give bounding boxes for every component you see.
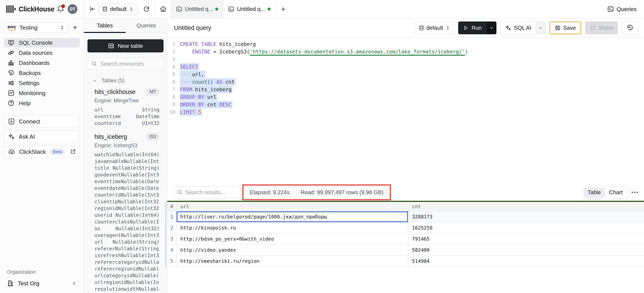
column-row: urlString: [94, 106, 160, 113]
read-stat: Read: 99,997,497 rows (9.98 GB): [301, 189, 384, 196]
sidebar-item-dashboards[interactable]: Dashboards: [4, 58, 80, 68]
toggle-table[interactable]: Table: [584, 187, 605, 197]
sql-editor[interactable]: 12345678910 CREATE TABLE hits_iceberg EN…: [167, 38, 644, 116]
line-number: 4: [167, 63, 175, 71]
code-line[interactable]: FROM·hits_iceberg: [180, 86, 468, 93]
line-number: 2: [167, 48, 175, 56]
topbar-database-select[interactable]: default: [98, 3, 138, 15]
query-stats-annotation: Elapsed: 9.224s Read: 99,997,497 rows (9…: [242, 184, 391, 200]
connect-button[interactable]: Connect: [4, 115, 80, 128]
table-entry-hits-clickhouse[interactable]: hits_clickhouse MT Engine: MergeTree url…: [94, 88, 160, 127]
code-line[interactable]: CREATE TABLE hits_iceberg: [180, 40, 468, 48]
results-table-header: # url cnt: [167, 202, 644, 211]
column-row: refererregionidNullable(Int: [94, 265, 160, 272]
code-line[interactable]: ENGINE = IcebergS3('https://datasets-doc…: [180, 48, 468, 56]
sidebar-item-label: Help: [19, 100, 30, 107]
refresh-icon[interactable]: [140, 3, 153, 16]
sidebar-item-settings[interactable]: Settings: [4, 78, 80, 88]
chevron-updown-icon: [446, 26, 450, 30]
query-title[interactable]: Untitled query: [174, 24, 211, 32]
data-sources-icon: [8, 49, 14, 56]
sidebar-item-backups[interactable]: Backups: [4, 68, 80, 78]
avatar[interactable]: DT: [68, 4, 78, 14]
clickstack-button[interactable]: ClickStack Beta: [4, 145, 80, 158]
new-table-label: New table: [118, 43, 143, 49]
sidebar-item-sql-console[interactable]: SQL Console: [4, 38, 80, 47]
panel-scrollbar[interactable]: [165, 202, 166, 267]
code-line[interactable]: [180, 56, 468, 63]
search-resources-input[interactable]: Search resources: [88, 58, 164, 70]
run-options-chevron-icon[interactable]: [487, 22, 496, 34]
workspace-select[interactable]: aws Testing: [4, 22, 68, 33]
sidebar-item-label: Backups: [19, 70, 41, 76]
notifications-bell-icon[interactable]: [56, 5, 65, 13]
column-row: counteridUInt32: [94, 120, 160, 127]
sidebar-item-help[interactable]: Help: [4, 98, 80, 108]
run-label: Run: [472, 25, 482, 31]
column-row: urlcategoryidNullable(Int32: [94, 272, 160, 279]
code-lines[interactable]: CREATE TABLE hits_iceberg ENGINE = Icebe…: [180, 40, 468, 116]
search-results-placeholder: Search results...: [185, 189, 225, 196]
new-table-button[interactable]: New table: [88, 39, 164, 52]
search-icon: [177, 189, 183, 195]
col-header-url[interactable]: url: [176, 202, 408, 211]
table-row[interactable]: 3http://bdsm_po_yers=0&with_video791465: [167, 233, 644, 245]
table-name: hits_iceberg: [94, 133, 146, 140]
run-button[interactable]: Run: [458, 22, 496, 34]
topbar-controls: default Untitled q... Untitled q... + Qu…: [84, 0, 644, 18]
ask-ai-button[interactable]: Ask AI: [4, 130, 80, 143]
editor-database-select[interactable]: default: [415, 22, 454, 34]
tab-label: Untitled q...: [237, 6, 265, 12]
tables-section-label: Tables (5): [102, 78, 124, 84]
col-header-index[interactable]: #: [167, 202, 176, 211]
share-button[interactable]: Share: [585, 22, 618, 34]
tables-section-header[interactable]: Tables (5): [88, 78, 164, 84]
query-tab-1[interactable]: Untitled q...: [171, 0, 223, 18]
sparkles-icon: [505, 25, 511, 31]
code-line[interactable]: ORDER·BY·cnt·DESC: [180, 101, 468, 108]
add-service-plus-icon[interactable]: +: [70, 23, 80, 32]
notification-dot: [61, 4, 65, 8]
results-section: Search results... Elapsed: 9.224s Read: …: [167, 184, 644, 293]
view-toggle: Table Chart: [582, 186, 628, 199]
query-history-button[interactable]: [622, 22, 638, 34]
sparkles-icon: [8, 133, 15, 140]
sidebar-item-label: SQL Console: [19, 40, 52, 46]
sidebar-item-data-sources[interactable]: Data sources: [4, 48, 80, 58]
editor-area: Untitled query default Run SQL AI: [167, 19, 644, 293]
home-icon[interactable]: [156, 0, 171, 18]
engine-badge: MT: [146, 88, 160, 96]
settings-sliders-icon: [8, 80, 14, 86]
more-options-icon[interactable]: •••: [628, 189, 642, 195]
col-header-cnt[interactable]: cnt: [408, 202, 644, 211]
query-tab-2[interactable]: Untitled q...: [223, 0, 276, 18]
code-line[interactable]: ····url,: [180, 71, 468, 78]
column-row: useridNullable(Int64): [94, 212, 160, 218]
resources-panel: Tables Queries New table Search resource…: [84, 19, 167, 293]
table-row[interactable]: 4http://video.yandex582400: [167, 245, 644, 256]
column-row: clientipNullable(Int32): [94, 198, 160, 205]
search-results-input[interactable]: Search results...: [173, 186, 240, 198]
tab-tables[interactable]: Tables: [84, 19, 126, 33]
database-select-value: default: [426, 25, 443, 31]
org-switcher[interactable]: Test Org: [4, 278, 80, 289]
line-number: 6: [167, 78, 175, 86]
collapse-sidebar-icon[interactable]: [86, 3, 98, 15]
queries-button[interactable]: Queries: [607, 6, 636, 13]
table-row[interactable]: 1http://liver.ru/belgorod/page/1006.jки/…: [167, 211, 644, 222]
code-line[interactable]: LIMIT·5: [180, 108, 468, 116]
new-tab-plus-icon[interactable]: +: [276, 0, 291, 18]
toggle-chart[interactable]: Chart: [605, 187, 626, 197]
save-button[interactable]: Save: [550, 22, 581, 34]
code-line[interactable]: GROUP·BY·url: [180, 93, 468, 101]
sql-ai-chevron-icon[interactable]: [536, 22, 545, 34]
code-line[interactable]: ····count()·AS·cnt: [180, 78, 468, 86]
table-row[interactable]: 5http://smeshariki.ru/region514984: [167, 256, 644, 267]
sidebar-item-monitoring[interactable]: Monitoring: [4, 88, 80, 98]
table-entry-hits-iceberg[interactable]: hits_iceberg IS3 Engine: IcebergS3 watch…: [94, 133, 160, 293]
line-number: 8: [167, 93, 175, 101]
tab-queries[interactable]: Queries: [126, 19, 167, 33]
sql-ai-button[interactable]: SQL AI: [500, 22, 545, 34]
table-row[interactable]: 2http://kinopoisk.ru1625250: [167, 222, 644, 233]
code-line[interactable]: SELECT: [180, 63, 468, 71]
